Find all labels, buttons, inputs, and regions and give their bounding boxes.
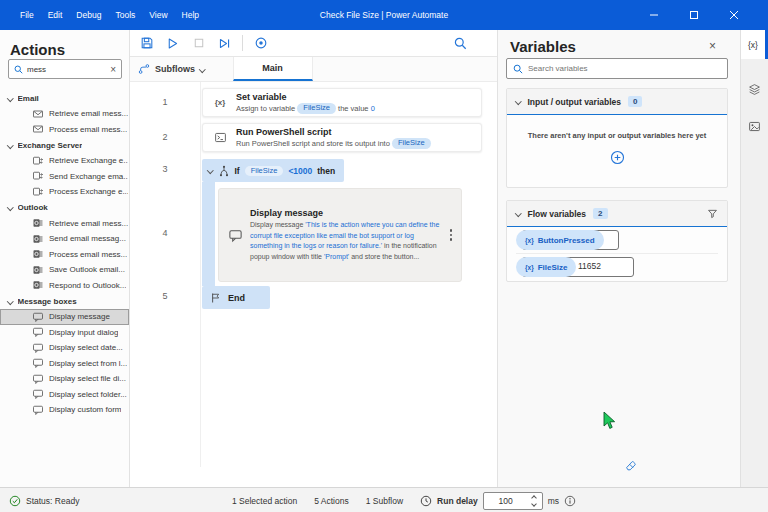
save-icon[interactable] bbox=[138, 35, 155, 52]
end-flag-icon bbox=[210, 292, 222, 304]
action-item[interactable]: Process Exchange e... bbox=[0, 184, 129, 200]
action-item-display-message[interactable]: Display message bbox=[0, 309, 129, 325]
action-display-message-selected[interactable]: Display message Display message 'This is… bbox=[218, 188, 462, 282]
stop-icon[interactable] bbox=[190, 35, 207, 52]
variable-pill[interactable]: FileSize bbox=[245, 166, 284, 176]
subflows-dropdown[interactable]: Subflows bbox=[130, 57, 215, 81]
run-delay-stepper[interactable]: 100 bbox=[483, 492, 543, 510]
more-options-icon[interactable] bbox=[445, 228, 457, 242]
action-item[interactable]: Process email mess... bbox=[0, 247, 129, 263]
action-item[interactable]: Display select file di... bbox=[0, 371, 129, 387]
tab-main[interactable]: Main bbox=[233, 57, 313, 81]
variable-pill[interactable]: FileSize bbox=[392, 138, 431, 149]
menu-file[interactable]: File bbox=[20, 10, 34, 20]
chevron-down-icon[interactable] bbox=[207, 167, 213, 173]
variable-icon: {x} bbox=[525, 264, 534, 271]
flow-canvas[interactable]: 1 2 3 4 5 {x} Set variable Assign to var… bbox=[130, 82, 497, 487]
menu-edit[interactable]: Edit bbox=[48, 10, 63, 20]
flow-variables-header[interactable]: Flow variables 2 bbox=[507, 201, 727, 227]
action-end[interactable]: End bbox=[202, 286, 270, 309]
action-group-outlook[interactable]: Outlook bbox=[0, 200, 129, 216]
run-icon[interactable] bbox=[164, 35, 181, 52]
action-item[interactable]: Display custom form bbox=[0, 402, 129, 418]
variables-search-input[interactable] bbox=[528, 64, 721, 73]
stepper-up-icon[interactable] bbox=[531, 495, 537, 501]
action-item-label: Save Outlook email... bbox=[49, 265, 125, 274]
action-item[interactable]: Display select folder... bbox=[0, 387, 129, 403]
eraser-icon[interactable] bbox=[624, 458, 638, 476]
powershell-icon bbox=[211, 131, 229, 144]
variable-pill[interactable]: {x}ButtonPressed bbox=[516, 230, 604, 250]
action-item[interactable]: Send Exchange ema... bbox=[0, 169, 129, 185]
clear-search-icon[interactable]: × bbox=[110, 64, 116, 75]
close-button[interactable] bbox=[714, 0, 754, 30]
toolbar bbox=[130, 30, 497, 57]
clock-icon bbox=[420, 495, 432, 507]
io-variables-section: Input / output variables 0 There aren't … bbox=[506, 88, 728, 188]
action-run-powershell[interactable]: Run PowerShell script Run PowerShell scr… bbox=[202, 123, 482, 152]
close-panel-icon[interactable]: × bbox=[709, 39, 716, 53]
action-item-label: Display message bbox=[49, 312, 110, 321]
action-item[interactable]: Retrieve email mess... bbox=[0, 106, 129, 122]
action-group-message-boxes[interactable]: Message boxes bbox=[0, 293, 129, 309]
chevron-down-icon bbox=[515, 98, 521, 104]
subflows-label: Subflows bbox=[155, 64, 195, 74]
actions-search-input[interactable] bbox=[27, 65, 106, 74]
filter-icon[interactable] bbox=[707, 208, 718, 219]
chevron-down-icon bbox=[7, 204, 13, 210]
if-branch-icon bbox=[218, 165, 230, 177]
message-bubble-icon bbox=[31, 372, 44, 385]
variables-search-box[interactable] bbox=[506, 58, 728, 79]
minimize-button[interactable] bbox=[634, 0, 674, 30]
variable-pill[interactable]: {x}FileSize bbox=[516, 257, 576, 277]
action-item[interactable]: Retrieve email mess... bbox=[0, 216, 129, 232]
menu-debug[interactable]: Debug bbox=[76, 10, 101, 20]
action-item[interactable]: Process email mess... bbox=[0, 122, 129, 138]
if-condition: <1000 bbox=[288, 166, 312, 176]
action-group-exchange[interactable]: Exchange Server bbox=[0, 137, 129, 153]
add-variable-icon[interactable] bbox=[610, 150, 625, 165]
action-item[interactable]: Display select date... bbox=[0, 340, 129, 356]
group-label: Message boxes bbox=[18, 297, 77, 306]
action-item[interactable]: Display input dialog bbox=[0, 325, 129, 341]
io-variables-header[interactable]: Input / output variables 0 bbox=[507, 89, 727, 115]
action-item[interactable]: Retrieve Exchange e... bbox=[0, 153, 129, 169]
menu-view[interactable]: View bbox=[149, 10, 167, 20]
variables-rail-tab[interactable]: {x} bbox=[741, 30, 768, 59]
outlook-icon bbox=[31, 248, 44, 261]
toolbar-divider bbox=[242, 35, 243, 51]
action-group-email[interactable]: Email bbox=[0, 90, 129, 106]
action-item-label: Retrieve email mess... bbox=[49, 109, 128, 118]
images-icon[interactable] bbox=[748, 120, 761, 133]
action-item-label: Display input dialog bbox=[49, 328, 118, 337]
if-block-indent bbox=[202, 182, 215, 286]
info-icon[interactable] bbox=[564, 495, 576, 507]
window-title: Check File Size | Power Automate bbox=[320, 10, 448, 20]
action-item[interactable]: Save Outlook email... bbox=[0, 262, 129, 278]
search-flow-icon[interactable] bbox=[452, 35, 469, 52]
variable-row[interactable]: {x}FileSize 11652 bbox=[516, 254, 718, 281]
menu-help[interactable]: Help bbox=[182, 10, 199, 20]
actions-panel: Actions × Email Retrieve email mess... P… bbox=[0, 30, 130, 487]
menu-tools[interactable]: Tools bbox=[115, 10, 135, 20]
action-if[interactable]: If FileSize <1000 then bbox=[202, 159, 344, 182]
chevron-down-icon bbox=[7, 298, 13, 304]
subflow-count: 1 Subflow bbox=[366, 496, 403, 506]
run-next-action-icon[interactable] bbox=[216, 35, 233, 52]
record-icon[interactable] bbox=[252, 35, 269, 52]
outlook-icon bbox=[31, 263, 44, 276]
variable-row[interactable]: {x}ButtonPressed bbox=[516, 227, 718, 254]
ui-elements-icon[interactable] bbox=[748, 83, 761, 96]
actions-search-box[interactable]: × bbox=[8, 59, 122, 79]
envelope-icon bbox=[31, 123, 44, 136]
action-item[interactable]: Display select from l... bbox=[0, 356, 129, 372]
run-delay-label: Run delay bbox=[437, 496, 478, 506]
action-set-variable[interactable]: {x} Set variable Assign to variable File… bbox=[202, 88, 482, 117]
action-item-label: Display select date... bbox=[49, 343, 123, 352]
maximize-button[interactable] bbox=[674, 0, 714, 30]
variable-pill[interactable]: FileSize bbox=[297, 103, 336, 114]
action-item[interactable]: Send email messag... bbox=[0, 231, 129, 247]
action-item[interactable]: Respond to Outlook... bbox=[0, 278, 129, 294]
stepper-down-icon[interactable] bbox=[531, 501, 537, 507]
group-label: Email bbox=[18, 94, 39, 103]
